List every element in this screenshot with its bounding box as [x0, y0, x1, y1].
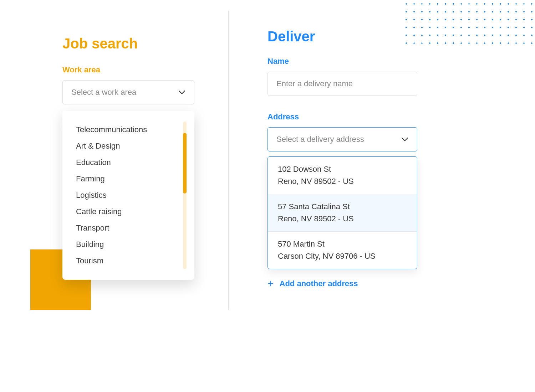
- dropdown-option[interactable]: Tourism: [62, 253, 192, 269]
- address-line2: Reno, NV 89502 - US: [278, 214, 407, 223]
- add-address-label: Add another address: [280, 279, 358, 288]
- delivery-name-input[interactable]: [268, 72, 417, 96]
- address-dropdown: 102 Dowson St Reno, NV 89502 - US 57 San…: [268, 156, 417, 269]
- deliver-panel: Deliver Name Address Select a delivery a…: [268, 29, 417, 289]
- address-line1: 57 Santa Catalina St: [278, 202, 407, 211]
- dropdown-option[interactable]: Logistics: [62, 187, 192, 203]
- dropdown-option[interactable]: Building: [62, 236, 192, 253]
- address-placeholder: Select a delivery address: [276, 135, 364, 144]
- address-line2: Carson City, NV 89706 - US: [278, 252, 407, 261]
- dropdown-option[interactable]: Cattle raising: [62, 203, 192, 220]
- decorative-dot-pattern: [399, 0, 535, 50]
- address-select[interactable]: Select a delivery address: [268, 127, 417, 151]
- work-area-select[interactable]: Select a work area: [62, 80, 194, 104]
- address-label: Address: [268, 112, 417, 122]
- address-option[interactable]: 102 Dowson St Reno, NV 89502 - US: [268, 157, 417, 194]
- add-address-button[interactable]: + Add another address: [268, 278, 417, 289]
- address-line1: 102 Dowson St: [278, 165, 407, 174]
- chevron-down-icon: [401, 137, 408, 141]
- job-search-title: Job search: [62, 36, 194, 52]
- address-line1: 570 Martin St: [278, 239, 407, 249]
- plus-icon: +: [268, 278, 274, 289]
- scrollbar-thumb[interactable]: [183, 133, 187, 194]
- address-option[interactable]: 570 Martin St Carson City, NV 89706 - US: [268, 232, 417, 269]
- work-area-dropdown: Telecommunications Art & Design Educatio…: [62, 111, 194, 280]
- chevron-down-icon: [178, 90, 185, 94]
- dropdown-option[interactable]: Art & Design: [62, 138, 192, 154]
- work-area-placeholder: Select a work area: [71, 88, 136, 97]
- job-search-panel: Job search Work area Select a work area …: [62, 36, 194, 280]
- vertical-divider: [228, 11, 229, 310]
- dropdown-option[interactable]: Transport: [62, 220, 192, 236]
- deliver-title: Deliver: [268, 29, 417, 45]
- work-area-label: Work area: [62, 65, 194, 74]
- dropdown-option[interactable]: Education: [62, 154, 192, 171]
- address-option[interactable]: 57 Santa Catalina St Reno, NV 89502 - US: [268, 194, 417, 232]
- dropdown-option[interactable]: Telecommunications: [62, 122, 192, 138]
- name-label: Name: [268, 57, 417, 66]
- dropdown-option[interactable]: Farming: [62, 171, 192, 187]
- address-line2: Reno, NV 89502 - US: [278, 177, 407, 186]
